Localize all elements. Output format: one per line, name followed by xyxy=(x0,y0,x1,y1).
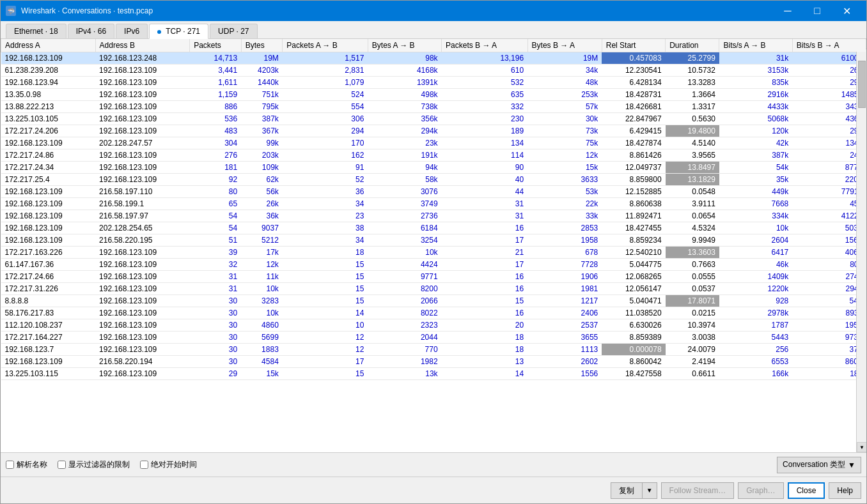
copy-button[interactable]: 复制 xyxy=(611,482,642,499)
table-row[interactable]: 172.217.31.226192.168.123.1093110k158200… xyxy=(1,283,866,295)
tab-tcp[interactable]: TCP · 271 xyxy=(149,24,208,39)
tab-udp-label: UDP · 27 xyxy=(218,27,249,36)
table-row[interactable]: 192.168.123.109216.58.220.19430458417198… xyxy=(1,356,866,368)
table-row[interactable]: 8.8.8.8192.168.123.109303283152066151217… xyxy=(1,295,866,307)
col-address-a[interactable]: Address A xyxy=(1,39,96,52)
table-row[interactable]: 192.168.123.109216.58.220.19551521234325… xyxy=(1,234,866,247)
maximize-button[interactable]: □ xyxy=(802,1,832,21)
table-cell: 192.168.123.109 xyxy=(95,125,190,137)
table-container[interactable]: Address A Address B Packets Bytes Packet… xyxy=(1,39,866,452)
table-row[interactable]: 172.217.24.34192.168.123.109181109k9194k… xyxy=(1,162,866,174)
table-cell: 216.58.197.110 xyxy=(95,186,190,198)
table-cell: 18k xyxy=(792,368,866,380)
table-row[interactable]: 192.168.123.109216.58.197.975436k2327363… xyxy=(1,210,866,222)
col-rel-start[interactable]: Rel Start xyxy=(602,39,665,52)
table-cell: 9734 xyxy=(792,332,866,344)
table-row[interactable]: 192.168.123.109202.128.247.5730499k17023… xyxy=(1,137,866,149)
table-cell: 6.429415 xyxy=(602,125,665,137)
table-cell: 16 xyxy=(442,222,528,234)
table-cell: 35k xyxy=(719,174,792,186)
table-cell: 162 xyxy=(283,149,368,162)
col-bits-ba[interactable]: Bits/s B → A xyxy=(792,39,866,52)
conversation-type-button[interactable]: Conversation 类型 ▼ xyxy=(777,457,861,473)
col-packets-ba[interactable]: Packets B → A xyxy=(442,39,528,52)
col-bytes-ba[interactable]: Bytes B → A xyxy=(527,39,602,52)
table-row[interactable]: 192.168.123.94192.168.123.1091,6111440k1… xyxy=(1,77,866,89)
tab-ethernet[interactable]: Ethernet · 18 xyxy=(6,24,66,38)
table-row[interactable]: 13.225.103.105192.168.123.109536387k3063… xyxy=(1,113,866,125)
table-row[interactable]: 192.168.123.109216.58.199.16526k34374931… xyxy=(1,198,866,210)
table-cell: 1113 xyxy=(527,344,602,356)
col-bytes[interactable]: Bytes xyxy=(241,39,283,52)
table-row[interactable]: 61.238.239.208192.168.123.1093,4414203k2… xyxy=(1,65,866,77)
table-cell: 8022 xyxy=(368,307,441,319)
content-area: Address A Address B Packets Bytes Packet… xyxy=(1,39,866,503)
table-cell: 6.428134 xyxy=(602,77,665,89)
limit-filter-option[interactable]: 显示过滤器的限制 xyxy=(58,459,130,470)
table-row[interactable]: 192.168.123.109202.128.254.6554903738618… xyxy=(1,222,866,234)
table-row[interactable]: 58.176.217.83192.168.123.1093010k1480221… xyxy=(1,307,866,319)
table-cell: 30 xyxy=(190,344,242,356)
table-cell: 36 xyxy=(283,186,368,198)
table-row[interactable]: 61.147.167.36192.168.123.1093212k1544241… xyxy=(1,259,866,271)
table-row[interactable]: 172.217.163.226192.168.123.1093917k1810k… xyxy=(1,247,866,259)
minimize-button[interactable]: ─ xyxy=(773,1,802,21)
table-row[interactable]: 172.217.24.86192.168.123.109276203k16219… xyxy=(1,149,866,162)
table-cell: 98k xyxy=(368,52,441,65)
close-dialog-button[interactable]: Close xyxy=(788,482,825,499)
col-bits-ab[interactable]: Bits/s A → B xyxy=(719,39,792,52)
copy-dropdown-arrow[interactable]: ▼ xyxy=(642,482,657,499)
graph-button[interactable]: Graph… xyxy=(738,482,783,499)
table-cell: 5035 xyxy=(792,222,866,234)
table-cell: 216.58.199.1 xyxy=(95,198,190,210)
table-cell: 8.859800 xyxy=(602,174,665,186)
table-cell: 304 xyxy=(190,137,242,149)
table-cell: 4424 xyxy=(368,259,441,271)
table-row[interactable]: 192.168.123.109216.58.197.1108056k363076… xyxy=(1,186,866,198)
scrollbar[interactable]: ▲ ▼ xyxy=(856,39,866,452)
col-address-b[interactable]: Address B xyxy=(95,39,190,52)
table-row[interactable]: 192.168.123.109192.168.123.24814,71319M1… xyxy=(1,52,866,65)
table-cell: 356k xyxy=(368,113,441,125)
limit-filter-checkbox[interactable] xyxy=(58,461,66,469)
follow-stream-button[interactable]: Follow Stream… xyxy=(661,482,735,499)
help-button[interactable]: Help xyxy=(829,482,861,499)
tab-udp[interactable]: UDP · 27 xyxy=(210,24,257,38)
col-packets-ab[interactable]: Packets A → B xyxy=(283,39,368,52)
table-row[interactable]: 13.88.222.213192.168.123.109886795k55473… xyxy=(1,101,866,113)
scroll-thumb[interactable] xyxy=(858,61,866,108)
table-cell: 10k xyxy=(241,283,283,295)
tab-ipv6[interactable]: IPv6 xyxy=(116,24,148,38)
absolute-time-checkbox[interactable] xyxy=(140,461,148,469)
table-row[interactable]: 13.35.0.98192.168.123.1091,159751k524498… xyxy=(1,89,866,101)
table-cell: 14 xyxy=(442,368,528,380)
table-row[interactable]: 172.217.24.66192.168.123.1093111k1597711… xyxy=(1,271,866,283)
table-row[interactable]: 13.225.103.115192.168.123.1092915k1513k1… xyxy=(1,368,866,380)
close-button[interactable]: ✕ xyxy=(832,1,861,21)
resolve-names-option[interactable]: 解析名称 xyxy=(6,459,47,470)
absolute-time-option[interactable]: 绝对开始时间 xyxy=(140,459,197,470)
tab-ipv4[interactable]: IPv4 · 66 xyxy=(68,24,114,38)
table-row[interactable]: 192.168.123.7192.168.123.109301883127701… xyxy=(1,344,866,356)
table-cell: 370 xyxy=(792,344,866,356)
col-bytes-ab[interactable]: Bytes A → B xyxy=(368,39,441,52)
conversation-type-area: Conversation 类型 ▼ xyxy=(777,457,861,473)
table-cell: 3.9565 xyxy=(666,149,719,162)
table-cell: 4584 xyxy=(241,356,283,368)
col-duration[interactable]: Duration xyxy=(666,39,719,52)
table-cell: 31 xyxy=(190,271,242,283)
table-row[interactable]: 172.217.164.227192.168.123.1093056991220… xyxy=(1,332,866,344)
table-cell: 332 xyxy=(442,101,528,113)
table-cell: 2537 xyxy=(527,319,602,332)
col-packets[interactable]: Packets xyxy=(190,39,242,52)
table-cell: 5.040471 xyxy=(602,295,665,307)
table-cell: 8.859234 xyxy=(602,234,665,247)
table-cell: 1567 xyxy=(792,234,866,247)
table-row[interactable]: 172.217.25.4192.168.123.1099262k5258k403… xyxy=(1,174,866,186)
table-cell: 18.427558 xyxy=(602,368,665,380)
table-row[interactable]: 172.217.24.206192.168.123.109483367k2942… xyxy=(1,125,866,137)
resolve-names-checkbox[interactable] xyxy=(6,461,14,469)
scroll-down-arrow[interactable]: ▼ xyxy=(857,442,866,452)
table-cell: 3283 xyxy=(241,295,283,307)
table-row[interactable]: 112.120.108.237192.168.123.1093048601023… xyxy=(1,319,866,332)
